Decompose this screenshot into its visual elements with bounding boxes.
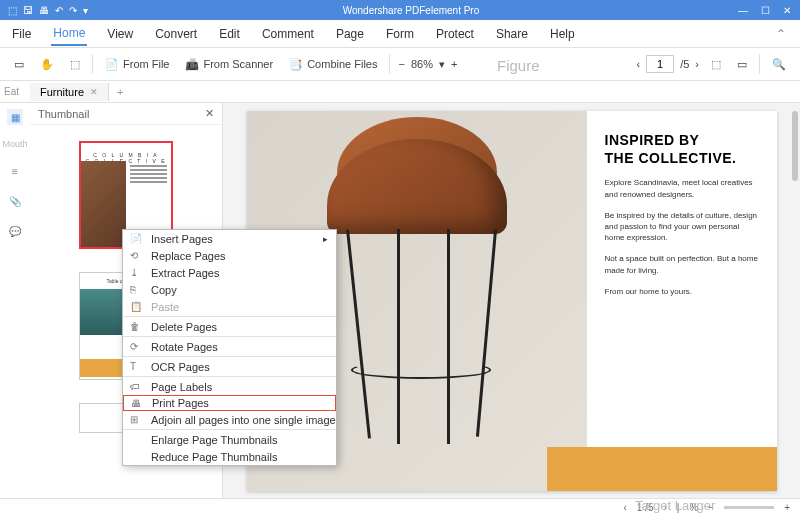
ctx-rotate-pages[interactable]: ⟳Rotate Pages [123, 338, 336, 355]
thumbnails-icon[interactable]: ▦ [7, 109, 23, 125]
bookmark-icon[interactable]: ≡ [7, 163, 23, 179]
redo-icon[interactable]: ↷ [69, 5, 77, 16]
next-page-icon[interactable]: › [695, 58, 699, 70]
rotate-icon: ⟳ [130, 341, 138, 352]
new-tab-icon[interactable]: + [109, 86, 131, 98]
from-scanner-button[interactable]: 📠 From Scanner [181, 56, 277, 73]
menu-comment[interactable]: Comment [260, 23, 316, 45]
copy-icon: ⎘ [130, 284, 136, 295]
thumbnail-title: Thumbnail [38, 108, 89, 120]
menu-share[interactable]: Share [494, 23, 530, 45]
adjoin-icon: ⊞ [130, 414, 138, 425]
zoom-out-button[interactable]: − [398, 58, 404, 70]
ctx-page-labels[interactable]: 🏷Page Labels [123, 378, 336, 395]
zoom-level[interactable]: 86% [411, 58, 433, 70]
ctx-label: Extract Pages [151, 267, 219, 279]
quick-access: ⬚ 🖫 🖶 ↶ ↷ ▾ [0, 5, 88, 16]
zoom-dropdown-icon[interactable]: ▾ [439, 58, 445, 71]
zoom-in-button[interactable]: + [451, 58, 457, 70]
logo-icon[interactable]: ⬚ [8, 5, 17, 16]
menu-home[interactable]: Home [51, 22, 87, 46]
page-total: /5 [680, 58, 689, 70]
ctx-extract-pages[interactable]: ⤓Extract Pages [123, 264, 336, 281]
ctx-ocr-pages[interactable]: TOCR Pages [123, 358, 336, 375]
ctx-adjoin-pages[interactable]: ⊞Adjoin all pages into one single image [123, 411, 336, 428]
ctx-separator [123, 356, 336, 357]
ctx-enlarge-thumbnails[interactable]: Enlarge Page Thumbnails [123, 431, 336, 448]
ctx-label: Paste [151, 301, 179, 313]
document-tab[interactable]: Furniture ✕ [30, 83, 109, 101]
ctx-label: Adjoin all pages into one single image [151, 414, 336, 426]
status-sep: | [677, 502, 680, 513]
doc-para-3: Not a space built on perfection. But a h… [605, 253, 759, 275]
extract-icon: ⤓ [130, 267, 138, 278]
menu-protect[interactable]: Protect [434, 23, 476, 45]
ctx-label: Page Labels [151, 381, 212, 393]
statusbar: ‹ 1 /5 › | % − + [0, 498, 800, 516]
ctx-label: Print Pages [152, 397, 209, 409]
close-icon[interactable]: ✕ [778, 5, 796, 16]
ctx-replace-pages[interactable]: ⟲Replace Pages [123, 247, 336, 264]
ctx-label: Replace Pages [151, 250, 226, 262]
cursor-tool-icon[interactable]: ▭ [10, 56, 28, 73]
orange-block [547, 447, 777, 491]
status-prev-icon[interactable]: ‹ [623, 502, 626, 513]
tabbar: Eat Furniture ✕ + [0, 81, 800, 103]
prev-page-icon[interactable]: ‹ [636, 58, 640, 70]
status-next-icon[interactable]: › [663, 502, 666, 513]
attachment-icon[interactable]: 📎 [7, 193, 23, 209]
maximize-icon[interactable]: ☐ [756, 5, 774, 16]
thumbnail-close-icon[interactable]: ✕ [205, 107, 214, 120]
combine-label: Combine Files [307, 58, 377, 70]
from-file-label: From File [123, 58, 169, 70]
doc-heading-2: THE COLLECTIVE. [605, 150, 737, 166]
vertical-scrollbar[interactable] [792, 111, 798, 481]
tab-close-icon[interactable]: ✕ [90, 87, 98, 97]
menu-file[interactable]: File [10, 23, 33, 45]
ctx-print-pages[interactable]: 🖶Print Pages [123, 395, 336, 411]
status-zoom-out-icon[interactable]: − [708, 502, 714, 513]
print-menu-icon: 🖶 [131, 398, 141, 409]
paste-icon: 📋 [130, 301, 142, 312]
menu-help[interactable]: Help [548, 23, 577, 45]
comment-icon[interactable]: 💬 [7, 223, 23, 239]
doc-heading-1: INSPIRED BY [605, 132, 700, 148]
menu-convert[interactable]: Convert [153, 23, 199, 45]
menu-edit[interactable]: Edit [217, 23, 242, 45]
insert-icon: 📄 [130, 233, 142, 244]
menu-form[interactable]: Form [384, 23, 416, 45]
ctx-paste: 📋Paste [123, 298, 336, 315]
zoom-controls: − 86% ▾ + [398, 58, 457, 71]
ctx-reduce-thumbnails[interactable]: Reduce Page Thumbnails [123, 448, 336, 465]
menu-view[interactable]: View [105, 23, 135, 45]
ctx-label: Delete Pages [151, 321, 217, 333]
hand-tool-icon[interactable]: ✋ [36, 56, 58, 73]
context-menu: 📄Insert Pages▸ ⟲Replace Pages ⤓Extract P… [122, 229, 337, 466]
ctx-copy[interactable]: ⎘Copy [123, 281, 336, 298]
doc-para-4: From our home to yours. [605, 286, 759, 297]
doc-para-1: Explore Scandinavia, meet local creative… [605, 177, 759, 199]
fit-width-icon[interactable]: ⬚ [707, 56, 725, 73]
print-icon[interactable]: 🖶 [39, 5, 49, 16]
zoom-slider[interactable] [724, 506, 774, 509]
save-icon[interactable]: 🖫 [23, 5, 33, 16]
minimize-icon[interactable]: ― [734, 5, 752, 16]
from-scanner-label: From Scanner [203, 58, 273, 70]
window-controls: ― ☐ ✕ [734, 5, 800, 16]
ctx-delete-pages[interactable]: 🗑Delete Pages [123, 318, 336, 335]
ctx-label: OCR Pages [151, 361, 210, 373]
undo-icon[interactable]: ↶ [55, 5, 63, 16]
fit-page-icon[interactable]: ▭ [733, 56, 751, 73]
ctx-insert-pages[interactable]: 📄Insert Pages▸ [123, 230, 336, 247]
from-file-button[interactable]: 📄 From File [101, 56, 173, 73]
page-input[interactable] [646, 55, 674, 73]
doc-para-2: Be inspired by the details of culture, d… [605, 210, 759, 244]
combine-button[interactable]: 📑 Combine Files [285, 56, 381, 73]
side-label-mouth: Mouth [2, 139, 27, 149]
menu-page[interactable]: Page [334, 23, 366, 45]
select-tool-icon[interactable]: ⬚ [66, 56, 84, 73]
collapse-ribbon-icon[interactable]: ⌃ [774, 23, 788, 45]
search-icon[interactable]: 🔍 [768, 56, 790, 73]
status-zoom-in-icon[interactable]: + [784, 502, 790, 513]
ctx-label: Reduce Page Thumbnails [151, 451, 277, 463]
